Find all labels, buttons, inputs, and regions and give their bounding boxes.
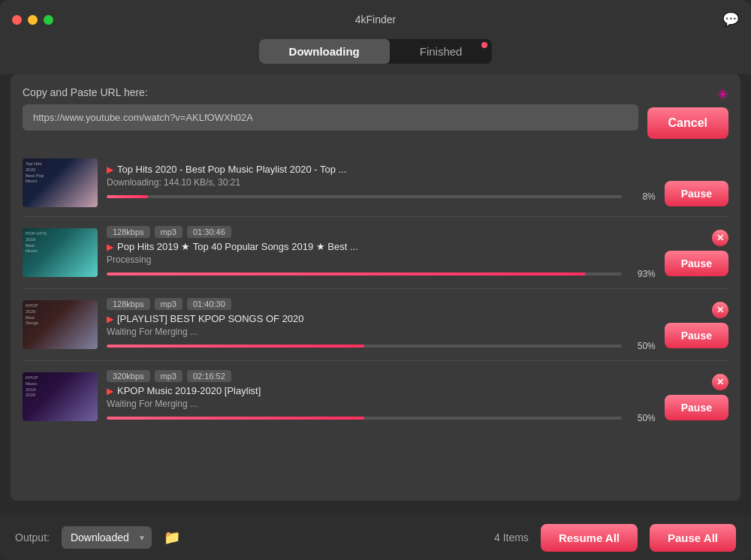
spacer (712, 160, 728, 176)
url-left: Copy and Paste URL here: (23, 86, 638, 131)
item-actions: Pause (665, 160, 728, 206)
item-actions: ✕ Pause (665, 230, 728, 276)
pause-all-button[interactable]: Pause All (650, 524, 736, 552)
progress-bar-fill (107, 272, 586, 275)
pause-button[interactable]: Pause (665, 251, 728, 276)
item-info: 320kbps mp3 02:16:52 ▶ KPOP Music 2019-2… (107, 370, 656, 423)
progress-bar-fill (107, 345, 364, 348)
item-actions: ✕ Pause (665, 302, 728, 348)
badge-format: mp3 (155, 226, 182, 238)
tab-bar: Downloading Finished (0, 39, 751, 74)
badge-duration: 01:40:30 (187, 298, 231, 310)
progress-bar-bg (107, 417, 622, 420)
progress-percent: 50% (629, 413, 656, 423)
progress-bar-bg (107, 195, 622, 198)
maximize-window-button[interactable] (44, 15, 53, 25)
remove-button[interactable]: ✕ (712, 374, 728, 390)
item-status: Waiting For Merging ... (107, 327, 656, 337)
thumbnail: KPOPMusic2019-2020 (23, 372, 98, 421)
url-section: Copy and Paste URL here: ✳ Cancel (23, 86, 728, 139)
items-count: 4 Items (494, 531, 529, 543)
item-title: ▶ Pop Hits 2019 ★ Top 40 Popular Songs 2… (107, 241, 656, 252)
badge-format: mp3 (155, 298, 182, 310)
download-item: KPOPMusic2019-2020 320kbps mp3 02:16:52 … (23, 361, 728, 432)
youtube-icon: ▶ (107, 242, 113, 252)
progress-row: 50% (107, 413, 656, 423)
progress-percent: 93% (629, 269, 656, 279)
progress-row: 8% (107, 191, 656, 202)
pause-button[interactable]: Pause (665, 181, 728, 206)
output-select[interactable]: Downloaded Desktop Documents Downloads (62, 526, 152, 549)
output-label: Output: (15, 531, 50, 543)
item-title: ▶ Top Hits 2020 - Best Pop Music Playlis… (107, 164, 656, 175)
pause-button[interactable]: Pause (665, 323, 728, 348)
item-title: ▶ [PLAYLIST] BEST KPOP SONGS OF 2020 (107, 313, 656, 324)
url-input[interactable] (23, 104, 638, 131)
cancel-button[interactable]: Cancel (647, 107, 728, 139)
download-item: KPOP2020BestSongs 128kbps mp3 01:40:30 ▶… (23, 289, 728, 361)
close-window-button[interactable] (12, 15, 22, 25)
window-controls (12, 15, 53, 25)
finished-badge (481, 42, 487, 48)
pause-button[interactable]: Pause (665, 395, 728, 420)
minimize-window-button[interactable] (28, 15, 38, 25)
thumbnail: Top Hits2020Best PopMusic (23, 158, 98, 207)
item-status: Processing (107, 254, 656, 265)
download-item: Top Hits2020Best PopMusic ▶ Top Hits 202… (23, 149, 728, 217)
item-info: ▶ Top Hits 2020 - Best Pop Music Playlis… (107, 164, 656, 202)
remove-button[interactable]: ✕ (712, 302, 728, 318)
tab-finished[interactable]: Finished (390, 39, 493, 64)
item-status: Waiting For Merging ... (107, 399, 656, 409)
thumbnail: POP HITS2019BestMusic (23, 228, 98, 277)
progress-bar-bg (107, 345, 622, 348)
item-status: Downloading: 144.10 KB/s, 30:21 (107, 177, 656, 188)
thumbnail: KPOP2020BestSongs (23, 300, 98, 349)
badge-format: mp3 (155, 370, 182, 382)
badge-bitrate: 320kbps (107, 370, 150, 382)
progress-bar-fill (107, 417, 364, 420)
item-badges: 128kbps mp3 01:40:30 (107, 298, 656, 310)
url-label: Copy and Paste URL here: (23, 86, 638, 98)
progress-bar-fill (107, 195, 148, 198)
progress-percent: 8% (629, 191, 656, 202)
progress-row: 50% (107, 341, 656, 351)
output-select-wrapper: Downloaded Desktop Documents Downloads (62, 526, 152, 549)
progress-row: 93% (107, 269, 656, 279)
footer: Output: Downloaded Desktop Documents Dow… (0, 515, 751, 560)
youtube-icon: ▶ (107, 386, 113, 396)
progress-percent: 50% (629, 341, 656, 351)
badge-duration: 02:16:52 (187, 370, 231, 382)
badge-bitrate: 128kbps (107, 226, 150, 238)
item-info: 128kbps mp3 01:40:30 ▶ [PLAYLIST] BEST K… (107, 298, 656, 351)
youtube-icon: ▶ (107, 314, 113, 324)
loading-spinner-icon: ✳ (717, 86, 728, 103)
item-title: ▶ KPOP Music 2019-2020 [Playlist] (107, 385, 656, 396)
url-right: ✳ Cancel (647, 86, 728, 139)
chat-icon[interactable]: 💬 (722, 11, 739, 28)
tab-downloading[interactable]: Downloading (259, 39, 390, 64)
folder-icon[interactable]: 📁 (164, 529, 180, 546)
tab-container: Downloading Finished (259, 39, 493, 64)
youtube-icon: ▶ (107, 164, 113, 175)
titlebar: 4kFinder 💬 (0, 0, 751, 39)
remove-button[interactable]: ✕ (712, 230, 728, 246)
item-actions: ✕ Pause (665, 374, 728, 420)
badge-bitrate: 128kbps (107, 298, 150, 310)
main-panel: Copy and Paste URL here: ✳ Cancel Top Hi… (11, 74, 740, 501)
badge-duration: 01:30:46 (187, 226, 231, 238)
item-info: 128kbps mp3 01:30:46 ▶ Pop Hits 2019 ★ T… (107, 226, 656, 279)
progress-bar-bg (107, 272, 622, 275)
item-badges: 128kbps mp3 01:30:46 (107, 226, 656, 238)
app-title: 4kFinder (355, 14, 396, 26)
resume-all-button[interactable]: Resume All (541, 524, 638, 552)
download-list: Top Hits2020Best PopMusic ▶ Top Hits 202… (23, 149, 728, 484)
item-badges: 320kbps mp3 02:16:52 (107, 370, 656, 382)
download-item: POP HITS2019BestMusic 128kbps mp3 01:30:… (23, 217, 728, 289)
